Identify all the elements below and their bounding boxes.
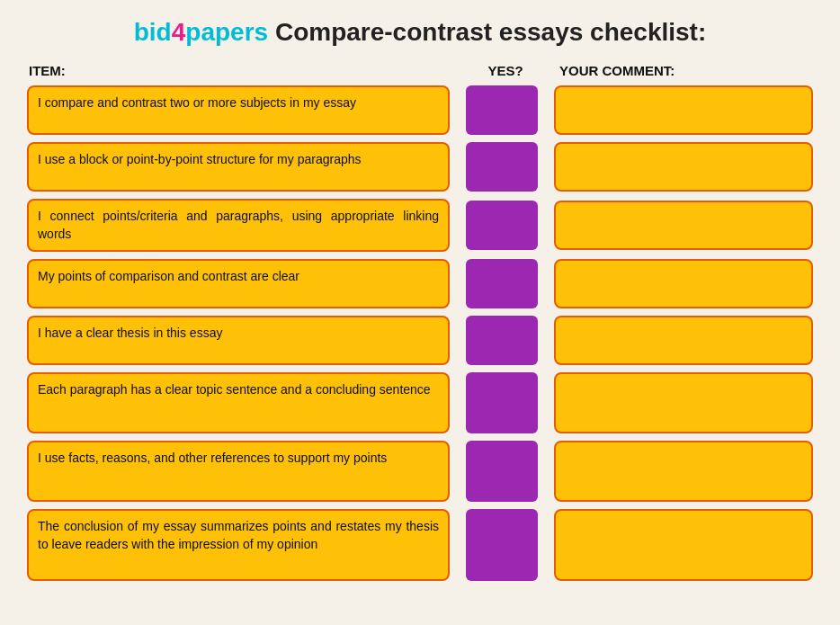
checklist-row-3: I connect points/criteria and paragraphs… (27, 199, 813, 252)
item-text-8: The conclusion of my essay summarizes po… (27, 509, 450, 581)
yes-checkbox-8[interactable] (466, 509, 538, 581)
checklist-row-5: I have a clear thesis in this essay (27, 316, 813, 365)
checklist-row-2: I use a block or point-by-point structur… (27, 142, 813, 192)
col-header-yes: YES? (460, 63, 550, 78)
checklist-row-4: My points of comparison and contrast are… (27, 259, 813, 308)
item-text-2: I use a block or point-by-point structur… (27, 142, 450, 192)
yes-checkbox-6[interactable] (466, 372, 538, 433)
item-text-6: Each paragraph has a clear topic sentenc… (27, 372, 450, 433)
checklist-row-8: The conclusion of my essay summarizes po… (27, 509, 813, 581)
page-title: Compare-contrast essays checklist: (275, 18, 706, 46)
col-header-comment: YOUR COMMENT: (550, 63, 811, 78)
page-header: bid4papers Compare-contrast essays check… (27, 18, 813, 47)
item-text-3: I connect points/criteria and paragraphs… (27, 199, 450, 252)
comment-box-1[interactable] (554, 85, 813, 135)
checklist-row-7: I use facts, reasons, and other referenc… (27, 441, 813, 502)
checklist-container: I compare and contrast two or more subje… (27, 85, 813, 581)
yes-checkbox-2[interactable] (466, 142, 538, 192)
yes-checkbox-7[interactable] (466, 441, 538, 502)
col-header-item: ITEM: (29, 63, 460, 78)
brand-papers: papers (185, 18, 268, 46)
comment-box-4[interactable] (554, 259, 813, 308)
column-headers: ITEM: YES? YOUR COMMENT: (27, 63, 813, 78)
brand-4: 4 (172, 18, 186, 46)
yes-checkbox-4[interactable] (466, 259, 538, 308)
yes-checkbox-1[interactable] (466, 85, 538, 135)
item-text-4: My points of comparison and contrast are… (27, 259, 450, 308)
item-text-7: I use facts, reasons, and other referenc… (27, 441, 450, 502)
comment-box-6[interactable] (554, 372, 813, 433)
checklist-row-6: Each paragraph has a clear topic sentenc… (27, 372, 813, 433)
item-text-1: I compare and contrast two or more subje… (27, 85, 450, 135)
comment-box-7[interactable] (554, 441, 813, 502)
checklist-row-1: I compare and contrast two or more subje… (27, 85, 813, 135)
item-text-5: I have a clear thesis in this essay (27, 316, 450, 365)
yes-checkbox-5[interactable] (466, 316, 538, 365)
comment-box-3[interactable] (554, 201, 813, 250)
brand-bid: bid (134, 18, 172, 46)
comment-box-2[interactable] (554, 142, 813, 192)
comment-box-5[interactable] (554, 316, 813, 365)
yes-checkbox-3[interactable] (466, 201, 538, 250)
comment-box-8[interactable] (554, 509, 813, 581)
